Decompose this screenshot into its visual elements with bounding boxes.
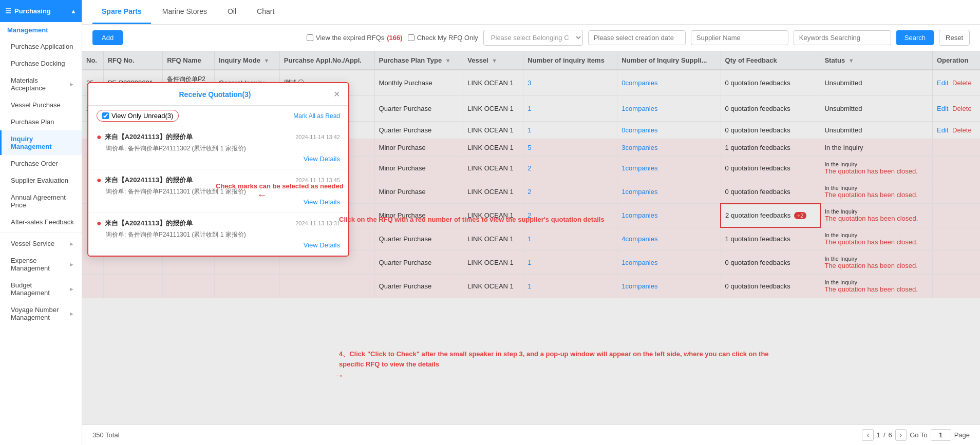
- go-to-label: Go To: [910, 431, 927, 439]
- modal-header: Receive Quotation(3) ✕: [88, 83, 348, 106]
- sidebar-item-label: Vessel Service: [11, 240, 54, 247]
- sidebar-item-label: Inquiry Management: [11, 135, 74, 150]
- belonging-select[interactable]: Please select Belonging C: [483, 30, 583, 46]
- sidebar-item-annual-agreement-price[interactable]: Annual Agreement Price: [0, 189, 82, 214]
- sidebar-item-after-sales-feedback[interactable]: After-sales Feedback: [0, 214, 82, 230]
- notif-desc: 询价单: 备件询价单P24111301 (累计收到 1 家报价): [106, 187, 340, 196]
- sidebar-header[interactable]: ☰ Purchasing ▲: [0, 0, 82, 22]
- sidebar-header-label: Purchasing: [14, 7, 51, 15]
- sidebar-item-supplier-evaluation[interactable]: Supplier Evaluation: [0, 172, 82, 189]
- toolbar: Add View the expired RFQs (166) Check My…: [82, 25, 980, 51]
- notif-date: 2024-11-13 13:31: [295, 220, 340, 226]
- total-label: 350 Total: [92, 431, 120, 439]
- tab-spare-parts[interactable]: Spare Parts: [92, 0, 151, 24]
- go-to-input[interactable]: [931, 429, 951, 441]
- sidebar-item-label: Supplier Evaluation: [11, 177, 68, 184]
- tab-oil[interactable]: Oil: [218, 0, 246, 24]
- arrow-icon: ►: [69, 286, 74, 292]
- sidebar-item-label: Purchase Order: [11, 160, 58, 167]
- unread-dot: ●: [97, 219, 102, 228]
- notification-item: ● 来自【A20241113】的报价单 2024-11-13 13:45 询价单…: [88, 169, 348, 212]
- sidebar-item-label: Expense Management: [11, 257, 69, 272]
- view-details-link[interactable]: View Details: [304, 155, 340, 163]
- check-my-rfq-label[interactable]: Check My RFQ Only: [408, 34, 478, 42]
- main-content: Spare Parts Marine Stores Oil Chart Add …: [82, 0, 980, 445]
- search-button[interactable]: Search: [896, 30, 934, 45]
- sidebar-item-vessel-service[interactable]: Vessel Service ►: [0, 235, 82, 252]
- view-details-link[interactable]: View Details: [304, 198, 340, 206]
- sidebar-item-label: Purchase Application: [11, 43, 73, 50]
- sidebar-item-label: After-sales Feedback: [11, 218, 74, 226]
- modal-close-button[interactable]: ✕: [333, 89, 340, 99]
- tab-marine-stores[interactable]: Marine Stores: [153, 0, 216, 24]
- sidebar-item-label: Materials Acceptance: [11, 76, 69, 92]
- check-my-rfq-checkbox[interactable]: [408, 34, 414, 41]
- receive-quotation-modal: Receive Quotation(3) ✕ View Only Unread(…: [87, 82, 349, 257]
- keywords-input[interactable]: [794, 30, 891, 45]
- notif-desc: 询价单: 备件询价单P24111302 (累计收到 1 家报价): [106, 144, 340, 153]
- notification-item: ● 来自【A20241113】的报价单 2024-11-14 13:42 询价单…: [88, 126, 348, 169]
- slash: /: [883, 431, 885, 439]
- chevron-down-icon: ▲: [70, 8, 77, 15]
- purchasing-icon: ☰: [5, 7, 11, 15]
- sidebar: ☰ Purchasing ▲ Management Purchase Appli…: [0, 0, 82, 445]
- sidebar-item-expense-management[interactable]: Expense Management ►: [0, 252, 82, 277]
- table-container: No. RFQ No. RFQ Name Inquiry Mode ▼ Purc…: [82, 51, 980, 424]
- unread-checkbox-input[interactable]: [102, 112, 109, 119]
- unread-label: View Only Unread(3): [111, 112, 173, 120]
- pagination: 350 Total ‹ 1 / 6 › Go To Page: [82, 424, 980, 445]
- add-button[interactable]: Add: [92, 30, 123, 45]
- notif-title: 来自【A20241113】的报价单: [105, 219, 193, 228]
- sidebar-item-label: Budget Management: [11, 281, 69, 297]
- sidebar-item-label: Purchase Docking: [11, 60, 65, 67]
- unread-dot: ●: [97, 132, 102, 142]
- view-only-unread-checkbox[interactable]: View Only Unread(3): [97, 110, 179, 122]
- arrow-icon: ►: [69, 311, 74, 317]
- sidebar-item-purchase-order[interactable]: Purchase Order: [0, 155, 82, 172]
- notif-title-row: ● 来自【A20241113】的报价单 2024-11-13 13:31: [97, 219, 340, 228]
- sidebar-item-budget-management[interactable]: Budget Management ►: [0, 277, 82, 301]
- modal-toolbar: View Only Unread(3) Mark All as Read: [88, 106, 348, 126]
- check-my-rfq-text: Check My RFQ Only: [417, 34, 478, 42]
- tabs-bar: Spare Parts Marine Stores Oil Chart: [82, 0, 980, 25]
- sidebar-item-purchase-plan[interactable]: Purchase Plan: [0, 113, 82, 130]
- page-label: Page: [954, 431, 970, 439]
- notif-date: 2024-11-14 13:42: [295, 134, 340, 140]
- creation-date-input[interactable]: [588, 30, 686, 45]
- reset-button[interactable]: Reset: [939, 30, 970, 46]
- sidebar-item-purchase-docking[interactable]: Purchase Docking: [0, 55, 82, 72]
- current-page: 1: [877, 431, 880, 439]
- sidebar-item-materials-acceptance[interactable]: Materials Acceptance ►: [0, 72, 82, 96]
- sidebar-item-label: Purchase Plan: [11, 118, 54, 126]
- notif-date: 2024-11-13 13:45: [295, 177, 340, 183]
- view-expired-checkbox[interactable]: [307, 34, 313, 41]
- notification-item: ● 来自【A20241113】的报价单 2024-11-13 13:31 询价单…: [88, 212, 348, 256]
- view-expired-label: View the expired RFQs: [316, 34, 384, 42]
- modal-title: Receive Quotation(3): [97, 90, 333, 99]
- arrow-icon: ►: [69, 241, 74, 247]
- notif-title: 来自【A20241113】的报价单: [105, 132, 193, 142]
- view-expired-checkbox-label[interactable]: View the expired RFQs (166): [307, 34, 403, 42]
- notif-desc: 询价单: 备件询价单P24111301 (累计收到 1 家报价): [106, 230, 340, 239]
- total-pages: 6: [889, 431, 892, 439]
- arrow-icon: ►: [69, 261, 74, 267]
- sidebar-item-inquiry-management[interactable]: Inquiry Management: [0, 130, 82, 155]
- notif-title-row: ● 来自【A20241113】的报价单 2024-11-14 13:42: [97, 132, 340, 142]
- supplier-name-input[interactable]: [691, 30, 788, 45]
- mark-all-button[interactable]: Mark All as Read: [293, 112, 340, 120]
- view-details-link[interactable]: View Details: [304, 241, 340, 249]
- notif-title: 来自【A20241113】的报价单: [105, 176, 193, 185]
- sidebar-section-title: Management: [0, 22, 82, 38]
- sidebar-item-label: Annual Agreement Price: [11, 194, 74, 209]
- notif-title-row: ● 来自【A20241113】的报价单 2024-11-13 13:45: [97, 176, 340, 185]
- prev-page-button[interactable]: ‹: [862, 429, 873, 441]
- tab-chart[interactable]: Chart: [248, 0, 284, 24]
- sidebar-item-purchase-application[interactable]: Purchase Application: [0, 38, 82, 55]
- sidebar-item-label: Voyage Number Management: [11, 306, 69, 321]
- next-page-button[interactable]: ›: [895, 429, 907, 441]
- sidebar-item-voyage-number[interactable]: Voyage Number Management ►: [0, 301, 82, 326]
- sidebar-divider: [0, 233, 82, 233]
- unread-dot: ●: [97, 176, 102, 185]
- expired-count: (166): [387, 34, 402, 42]
- sidebar-item-vessel-purchase[interactable]: Vessel Purchase: [0, 96, 82, 113]
